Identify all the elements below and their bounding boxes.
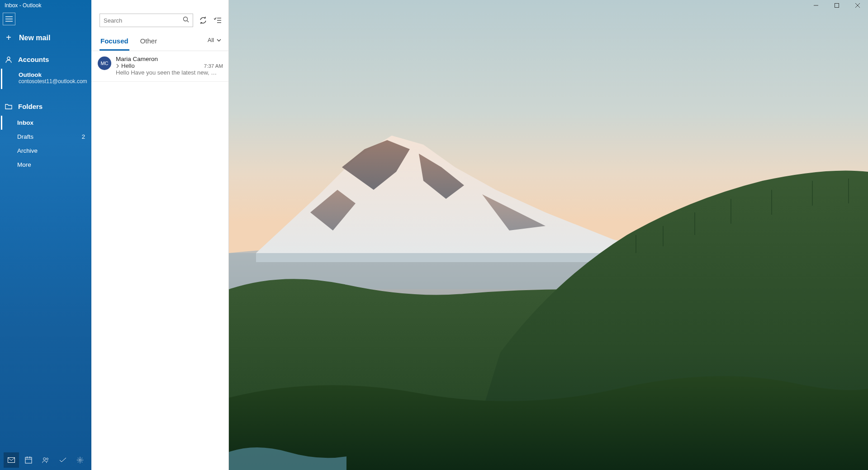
select-mode-button[interactable] — [213, 16, 222, 25]
svg-point-15 — [79, 459, 81, 461]
svg-rect-9 — [25, 457, 32, 463]
folder-drafts[interactable]: Drafts 2 — [1, 130, 91, 144]
folder-icon — [5, 103, 13, 110]
accounts-header[interactable]: Accounts — [0, 50, 91, 69]
email-from: Maria Cameron — [116, 56, 223, 62]
folder-more[interactable]: More — [1, 158, 91, 172]
folder-list: Inbox Drafts 2 Archive More — [1, 116, 91, 172]
search-row — [91, 0, 228, 30]
tab-other[interactable]: Other — [139, 34, 158, 51]
background-image — [229, 0, 868, 470]
hamburger-button[interactable] — [3, 13, 15, 25]
sidebar-bottom-bar — [0, 450, 91, 470]
plus-icon: + — [5, 33, 13, 43]
svg-point-7 — [7, 57, 10, 60]
folders-header[interactable]: Folders — [0, 97, 91, 116]
avatar: MC — [98, 56, 111, 70]
person-icon — [5, 56, 13, 63]
search-icon[interactable] — [183, 16, 189, 24]
folder-label: Inbox — [17, 119, 33, 126]
email-body: Maria Cameron Hello 7:37 AM Hello Have y… — [116, 56, 223, 76]
maximize-button[interactable] — [826, 0, 847, 11]
folder-label: Archive — [17, 147, 38, 154]
email-preview: Hello Have you seen the latest new, … — [116, 69, 223, 76]
settings-icon[interactable] — [72, 452, 88, 468]
svg-point-14 — [47, 458, 48, 460]
email-subject: Hello — [116, 62, 135, 69]
chevron-down-icon — [217, 39, 221, 42]
tab-focused[interactable]: Focused — [100, 34, 129, 51]
reading-pane — [229, 0, 868, 470]
sidebar: + New mail Accounts Outlook contosotest1… — [0, 0, 91, 470]
svg-point-13 — [43, 458, 46, 460]
folder-count: 2 — [82, 133, 85, 140]
account-name: Outlook — [19, 71, 87, 78]
message-list-pane: Focused Other All MC Maria Cameron Hello… — [91, 0, 229, 470]
people-app-icon[interactable] — [38, 452, 53, 468]
minimize-button[interactable] — [806, 0, 826, 11]
email-item[interactable]: MC Maria Cameron Hello 7:37 AM Hello Hav… — [91, 51, 228, 82]
window-controls — [806, 0, 868, 11]
svg-rect-1 — [835, 4, 839, 8]
search-box[interactable] — [100, 14, 193, 27]
account-item[interactable]: Outlook contosotest11@outlook.com — [1, 69, 91, 89]
filter-dropdown[interactable]: All — [208, 37, 221, 48]
email-time: 7:37 AM — [204, 63, 223, 69]
search-input[interactable] — [104, 17, 183, 24]
close-button[interactable] — [847, 0, 868, 11]
inbox-tabs: Focused Other All — [91, 30, 228, 51]
filter-label: All — [208, 37, 214, 43]
folder-label: Drafts — [17, 133, 33, 140]
sync-button[interactable] — [199, 16, 208, 25]
folder-inbox[interactable]: Inbox — [1, 116, 91, 130]
folder-label: More — [17, 161, 31, 168]
svg-point-16 — [184, 17, 188, 21]
calendar-app-icon[interactable] — [21, 452, 36, 468]
new-mail-button[interactable]: + New mail — [0, 25, 91, 50]
chevron-right-icon — [116, 64, 119, 68]
svg-rect-8 — [8, 458, 15, 463]
folders-label: Folders — [18, 103, 43, 110]
folder-archive[interactable]: Archive — [1, 144, 91, 158]
accounts-label: Accounts — [18, 56, 49, 63]
account-email: contosotest11@outlook.com — [19, 78, 87, 85]
svg-line-17 — [187, 21, 189, 23]
todo-app-icon[interactable] — [55, 452, 71, 468]
new-mail-label: New mail — [19, 34, 50, 42]
mail-app-icon[interactable] — [4, 452, 19, 468]
